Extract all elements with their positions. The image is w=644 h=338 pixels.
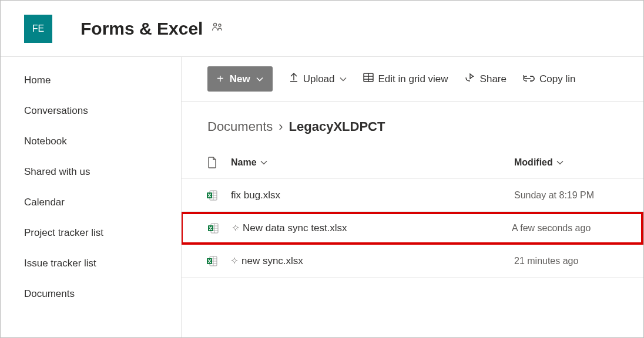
new-indicator-icon [231, 257, 238, 265]
new-button-label: New [230, 73, 250, 85]
sidebar-item-project-tracker[interactable]: Project tracker list [1, 218, 181, 248]
breadcrumb-current: LegacyXLDPCT [289, 119, 385, 134]
file-type-column-icon[interactable] [193, 157, 231, 168]
share-label: Share [480, 73, 507, 85]
svg-point-1 [219, 24, 221, 26]
chevron-down-icon [556, 158, 564, 167]
sidebar: Home Conversations Notebook Shared with … [1, 57, 182, 337]
header: FE Forms & Excel [1, 1, 643, 57]
copy-link-label: Copy lin [539, 73, 575, 85]
column-header-row: Name Modified [182, 146, 643, 179]
plus-icon: + [217, 72, 224, 86]
modified-cell: 21 minutes ago [514, 256, 643, 266]
sidebar-item-home[interactable]: Home [1, 65, 181, 96]
file-name[interactable]: new sync.xlsx [231, 255, 514, 267]
file-name-text: fix bug.xlsx [231, 190, 280, 201]
modified-cell: A few seconds ago [512, 223, 641, 234]
toolbar: + New Upload Edit in grid view [182, 57, 643, 102]
share-icon [465, 73, 475, 85]
excel-icon [193, 190, 231, 201]
sidebar-item-documents[interactable]: Documents [1, 279, 181, 309]
page-title: Forms & Excel [80, 19, 203, 39]
edit-grid-label: Edit in grid view [378, 73, 448, 85]
grid-icon [363, 73, 374, 85]
main-content: + New Upload Edit in grid view [182, 57, 643, 337]
upload-button[interactable]: Upload [289, 72, 347, 86]
excel-icon [194, 222, 232, 234]
file-name-text: New data sync test.xlsx [243, 222, 347, 234]
new-button[interactable]: + New [207, 66, 273, 92]
svg-point-0 [214, 23, 217, 26]
share-button[interactable]: Share [465, 73, 507, 85]
sidebar-item-conversations[interactable]: Conversations [1, 96, 181, 126]
file-name[interactable]: fix bug.xlsx [231, 190, 514, 201]
file-name-text: new sync.xlsx [242, 255, 303, 267]
chevron-right-icon: › [279, 119, 283, 134]
table-row[interactable]: new sync.xlsx 21 minutes ago [182, 245, 643, 278]
chevron-down-icon [260, 158, 267, 167]
new-indicator-icon [232, 224, 239, 232]
chevron-down-icon [340, 75, 347, 83]
modified-column-header[interactable]: Modified [514, 157, 643, 168]
sidebar-item-issue-tracker[interactable]: Issue tracker list [1, 248, 181, 279]
file-list: fix bug.xlsx Sunday at 8:19 PM New data … [182, 179, 643, 278]
upload-label: Upload [303, 73, 335, 85]
site-avatar: FE [24, 15, 52, 43]
chevron-down-icon [256, 75, 263, 83]
link-icon [523, 73, 535, 85]
name-column-header[interactable]: Name [231, 157, 514, 168]
file-name[interactable]: New data sync test.xlsx [232, 222, 512, 234]
table-row[interactable]: fix bug.xlsx Sunday at 8:19 PM [182, 179, 643, 212]
table-row[interactable]: New data sync test.xlsx A few seconds ag… [182, 212, 643, 245]
sidebar-item-notebook[interactable]: Notebook [1, 126, 181, 157]
copy-link-button[interactable]: Copy lin [523, 73, 575, 85]
sidebar-item-shared[interactable]: Shared with us [1, 157, 181, 187]
teams-icon[interactable] [211, 22, 224, 35]
name-column-label: Name [231, 157, 257, 168]
modified-cell: Sunday at 8:19 PM [514, 190, 643, 201]
excel-icon [193, 255, 231, 267]
upload-icon [289, 72, 298, 86]
breadcrumb: Documents › LegacyXLDPCT [182, 102, 643, 146]
edit-grid-button[interactable]: Edit in grid view [363, 73, 448, 85]
sidebar-item-calendar[interactable]: Calendar [1, 187, 181, 218]
modified-column-label: Modified [514, 157, 553, 168]
breadcrumb-root[interactable]: Documents [207, 119, 273, 134]
